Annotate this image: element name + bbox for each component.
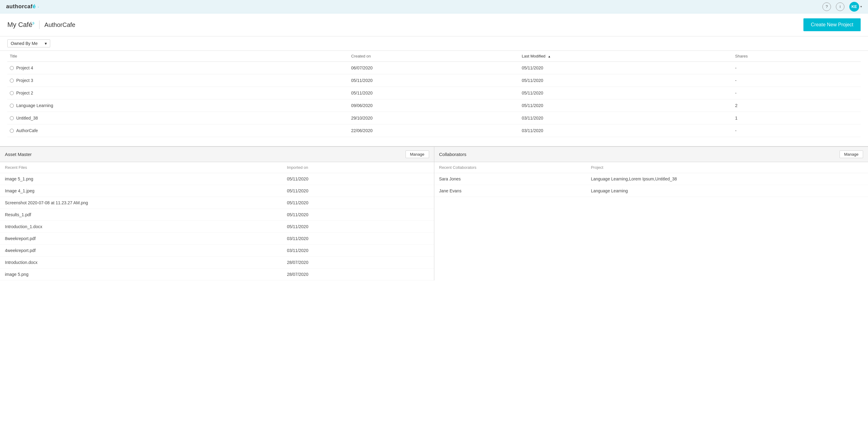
project-last-modified: 03/11/2020 xyxy=(519,125,733,137)
imported-on: 28/07/2020 xyxy=(282,269,434,280)
help-icon-button[interactable]: ? xyxy=(823,2,831,11)
file-name: 8weekreport.pdf xyxy=(0,233,282,245)
col-shares[interactable]: Shares xyxy=(733,51,861,62)
table-row[interactable]: Project 3 05/11/2020 05/11/2020 - xyxy=(7,74,861,87)
dropdown-chevron-icon: ▾ xyxy=(45,41,47,46)
list-item[interactable]: Screenshot 2020-07-08 at 11.23.27 AM.png… xyxy=(0,197,434,209)
file-name: Results_1.pdf xyxy=(0,209,282,221)
file-name: image 5.png xyxy=(0,269,282,280)
table-row[interactable]: AuthorCafe 22/06/2020 03/11/2020 - xyxy=(7,125,861,137)
list-item[interactable]: Image 4_1.jpeg 05/11/2020 xyxy=(0,185,434,197)
project-last-modified: 05/11/2020 xyxy=(519,74,733,87)
row-radio[interactable] xyxy=(10,116,14,120)
imported-on: 03/11/2020 xyxy=(282,233,434,245)
col-project: Project xyxy=(586,162,868,173)
project-title: Project 2 xyxy=(16,91,33,95)
project-title-cell[interactable]: Untitled_38 xyxy=(7,112,349,125)
row-radio[interactable] xyxy=(10,78,14,82)
project-title-cell[interactable]: Project 3 xyxy=(7,74,349,87)
project-shares: 2 xyxy=(733,99,861,112)
row-radio[interactable] xyxy=(10,129,14,133)
project-title-cell[interactable]: AuthorCafe xyxy=(7,125,349,137)
imported-on: 05/11/2020 xyxy=(282,197,434,209)
list-item[interactable]: Introduction_1.docx 05/11/2020 xyxy=(0,221,434,233)
file-name: Introduction_1.docx xyxy=(0,221,282,233)
asset-master-title: Asset Master xyxy=(5,152,32,157)
row-radio[interactable] xyxy=(10,104,14,108)
project-created-on: 06/07/2020 xyxy=(349,62,519,74)
collaborators-header: Collaborators Manage xyxy=(434,147,868,162)
projects-table: Title Created on Last Modified ▲ Shares … xyxy=(7,51,861,137)
asset-table-header: Recent Files Imported on xyxy=(0,162,434,173)
table-row[interactable]: Project 2 05/11/2020 05/11/2020 - xyxy=(7,87,861,99)
project-title: Language Learning xyxy=(16,103,53,108)
page-header: My Café9 AuthorCafe Create New Project xyxy=(0,13,868,36)
list-item[interactable]: Results_1.pdf 05/11/2020 xyxy=(0,209,434,221)
chevron-down-icon: ▾ xyxy=(860,5,862,8)
project-last-modified: 05/11/2020 xyxy=(519,62,733,74)
sort-asc-icon: ▲ xyxy=(548,55,551,58)
table-row[interactable]: Language Learning 09/06/2020 05/11/2020 … xyxy=(7,99,861,112)
project-created-on: 05/11/2020 xyxy=(349,87,519,99)
col-recent-files: Recent Files xyxy=(0,162,282,173)
my-cafe-title: My Café9 xyxy=(7,21,34,29)
imported-on: 05/11/2020 xyxy=(282,173,434,185)
row-radio[interactable] xyxy=(10,91,14,95)
project-title: Project 4 xyxy=(16,65,33,70)
info-icon: i xyxy=(840,4,841,9)
asset-master-panel: Asset Master Manage Recent Files Importe… xyxy=(0,147,434,280)
project-created-on: 09/06/2020 xyxy=(349,99,519,112)
notification-badge: 9 xyxy=(32,22,34,25)
project-name-title: AuthorCafe xyxy=(44,22,75,28)
col-last-modified[interactable]: Last Modified ▲ xyxy=(519,51,733,62)
collaborators-manage-button[interactable]: Manage xyxy=(840,150,863,158)
owned-by-dropdown[interactable]: Owned By Me ▾ xyxy=(7,39,50,47)
user-avatar-dropdown[interactable]: KE ▾ xyxy=(849,2,862,12)
file-name: Introduction.docx xyxy=(0,257,282,269)
collaborator-name: Sara Jones xyxy=(434,173,586,185)
collaborators-panel: Collaborators Manage Recent Collaborator… xyxy=(434,147,868,280)
project-title: Untitled_38 xyxy=(16,115,38,121)
collaborators-title: Collaborators xyxy=(439,152,466,157)
row-radio[interactable] xyxy=(10,66,14,70)
list-item[interactable]: image 5.png 28/07/2020 xyxy=(0,269,434,280)
file-name: 4weekreport.pdf xyxy=(0,245,282,257)
question-mark-icon: ? xyxy=(826,4,828,9)
imported-on: 05/11/2020 xyxy=(282,185,434,197)
imported-on: 05/11/2020 xyxy=(282,221,434,233)
list-item[interactable]: 8weekreport.pdf 03/11/2020 xyxy=(0,233,434,245)
table-header-row: Title Created on Last Modified ▲ Shares xyxy=(7,51,861,62)
list-item[interactable]: Introduction.docx 28/07/2020 xyxy=(0,257,434,269)
table-row[interactable]: Project 4 06/07/2020 05/11/2020 - xyxy=(7,62,861,74)
file-name: Image 4_1.jpeg xyxy=(0,185,282,197)
bottom-panels: Asset Master Manage Recent Files Importe… xyxy=(0,146,868,280)
projects-table-wrapper: Title Created on Last Modified ▲ Shares … xyxy=(0,51,868,137)
project-created-on: 29/10/2020 xyxy=(349,112,519,125)
asset-master-manage-button[interactable]: Manage xyxy=(406,150,429,158)
owned-by-label: Owned By Me xyxy=(11,41,38,46)
info-icon-button[interactable]: i xyxy=(836,2,844,11)
logo-dot: · xyxy=(38,5,39,9)
collaborators-table: Recent Collaborators Project Sara Jones … xyxy=(434,162,868,197)
logo-accent: é xyxy=(33,3,36,9)
collaborator-project: Language Learning xyxy=(586,185,868,197)
col-title[interactable]: Title xyxy=(7,51,349,62)
asset-master-table: Recent Files Imported on image 5_1.png 0… xyxy=(0,162,434,280)
project-title-cell[interactable]: Language Learning xyxy=(7,99,349,112)
project-shares: 1 xyxy=(733,112,861,125)
project-title-cell[interactable]: Project 2 xyxy=(7,87,349,99)
collaborator-project: Language Learning,Lorem Ipsum,Untitled_3… xyxy=(586,173,868,185)
list-item[interactable]: Sara Jones Language Learning,Lorem Ipsum… xyxy=(434,173,868,185)
table-row[interactable]: Untitled_38 29/10/2020 03/11/2020 1 xyxy=(7,112,861,125)
imported-on: 28/07/2020 xyxy=(282,257,434,269)
header-titles: My Café9 AuthorCafe xyxy=(7,21,75,29)
list-item[interactable]: 4weekreport.pdf 03/11/2020 xyxy=(0,245,434,257)
project-title-cell[interactable]: Project 4 xyxy=(7,62,349,74)
project-last-modified: 05/11/2020 xyxy=(519,99,733,112)
col-created-on[interactable]: Created on xyxy=(349,51,519,62)
list-item[interactable]: image 5_1.png 05/11/2020 xyxy=(0,173,434,185)
list-item[interactable]: Jane Evans Language Learning xyxy=(434,185,868,197)
app-logo: authorcafé · xyxy=(6,3,39,10)
project-created-on: 05/11/2020 xyxy=(349,74,519,87)
create-new-project-button[interactable]: Create New Project xyxy=(803,19,861,31)
